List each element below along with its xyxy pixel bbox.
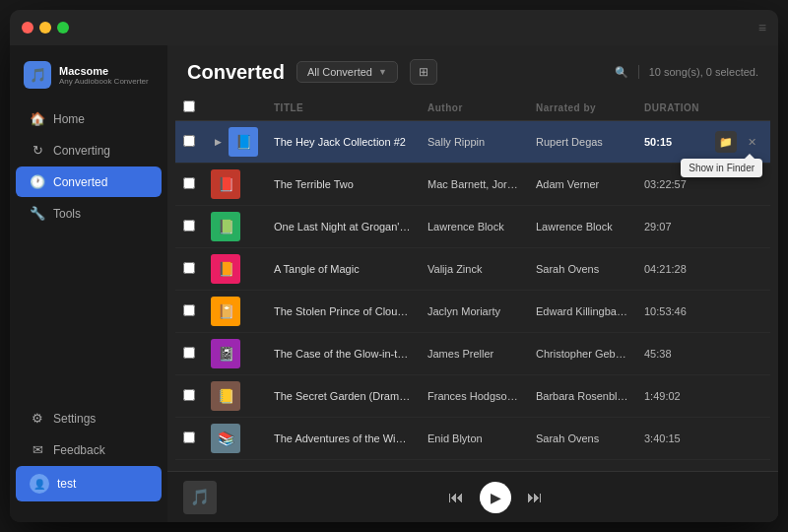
content-area: 🎵 Macsome Any Audiobook Converter 🏠 Home…: [10, 45, 778, 522]
book-author: Jaclyn Moriarty: [420, 291, 528, 333]
book-narrator: Adam Verner: [528, 164, 636, 206]
settings-icon: ⚙: [30, 411, 45, 426]
row-checkbox[interactable]: [183, 304, 195, 316]
row-checkbox[interactable]: [183, 177, 195, 189]
main-content: Converted All Converted ▼ ⊞ 🔍 10 song(s)…: [167, 45, 778, 522]
book-thumbnail: 📔: [211, 297, 240, 326]
avatar: 👤: [30, 474, 49, 494]
table-row[interactable]: 📗One Last Night at Grogan's: ...Lawrence…: [175, 206, 770, 248]
book-title: The Stolen Prince of Cloudb...: [274, 305, 412, 317]
play-icon[interactable]: ▶: [211, 135, 225, 149]
sidebar-item-home[interactable]: 🏠 Home: [16, 103, 162, 134]
row-checkbox[interactable]: [183, 135, 195, 147]
book-title: A Tangle of Magic: [274, 263, 360, 275]
book-duration: 3:40:15: [636, 418, 707, 460]
book-title: The Terrible Two: [274, 178, 354, 190]
book-narrator: Rupert Degas: [528, 121, 636, 164]
user-name: test: [57, 477, 76, 491]
sidebar-item-converting[interactable]: ↻ Converting: [16, 135, 162, 166]
book-title: The Adventures of the Wishi...: [274, 432, 412, 444]
book-narrator: Edward Killingback, ...: [528, 291, 636, 333]
book-duration: 29:07: [636, 206, 707, 248]
main-header: Converted All Converted ▼ ⊞ 🔍 10 song(s)…: [167, 45, 778, 95]
logo-text: Macsome Any Audiobook Converter: [59, 65, 149, 86]
col-title: TITLE: [266, 95, 420, 121]
player-controls: ⏮ ▶ ⏭: [448, 482, 543, 513]
converting-icon: ↻: [30, 143, 45, 158]
feedback-icon: ✉: [30, 442, 45, 457]
row-checkbox[interactable]: [183, 347, 195, 359]
book-thumbnail: 📕: [211, 169, 240, 199]
table-row[interactable]: 📔The Stolen Prince of Cloudb...Jaclyn Mo…: [175, 291, 770, 333]
maximize-button[interactable]: [57, 22, 69, 33]
table-row[interactable]: 📒The Secret Garden (Dramati...Frances Ho…: [175, 375, 770, 418]
traffic-lights: [22, 22, 69, 33]
book-author: Lawrence Block: [420, 206, 528, 248]
book-narrator: Lawrence Block: [528, 206, 636, 248]
divider: [638, 65, 639, 79]
row-checkbox[interactable]: [183, 432, 195, 443]
table-row[interactable]: ▶📘The Hey Jack Collection #2Sally Rippin…: [175, 121, 770, 164]
user-profile[interactable]: 👤 test: [16, 466, 162, 501]
table-body: ▶📘The Hey Jack Collection #2Sally Rippin…: [175, 121, 770, 460]
show-in-finder-button[interactable]: 📁: [715, 131, 737, 153]
close-button[interactable]: [22, 22, 33, 33]
filter-dropdown[interactable]: All Converted ▼: [296, 61, 398, 83]
book-title: One Last Night at Grogan's: ...: [274, 221, 412, 233]
remove-button[interactable]: ✕: [741, 131, 762, 153]
next-button[interactable]: ⏭: [527, 489, 543, 506]
search-icon[interactable]: 🔍: [615, 66, 628, 79]
book-author: Frances Hodgson B...: [420, 375, 528, 418]
col-author: Author: [420, 95, 528, 121]
book-thumbnail: 📒: [211, 381, 240, 411]
book-title: The Case of the Glow-in-the-...: [274, 348, 412, 360]
menu-icon[interactable]: ≡: [758, 20, 766, 35]
sidebar-item-feedback[interactable]: ✉ Feedback: [16, 434, 162, 465]
row-checkbox[interactable]: [183, 389, 195, 401]
book-author: Sally Rippin: [420, 121, 528, 164]
book-duration: 1:49:02: [636, 375, 707, 418]
sidebar-item-tools[interactable]: 🔧 Tools: [16, 198, 162, 229]
sidebar-item-settings[interactable]: ⚙ Settings: [16, 403, 162, 433]
table-header-row: TITLE Author Narrated by DURATION: [175, 95, 770, 121]
settings-label: Settings: [53, 412, 96, 426]
logo-icon: 🎵: [24, 61, 51, 89]
tools-icon: 🔧: [30, 206, 45, 221]
prev-button[interactable]: ⏮: [448, 489, 464, 506]
col-narrator: Narrated by: [528, 95, 636, 121]
row-checkbox[interactable]: [183, 220, 195, 232]
table-row[interactable]: 📙A Tangle of MagicValija ZinckSarah Oven…: [175, 248, 770, 291]
page-title: Converted: [187, 61, 285, 84]
book-thumbnail: 📓: [211, 339, 240, 368]
book-thumbnail: 📚: [211, 424, 240, 453]
col-actions: [707, 95, 770, 121]
table-row[interactable]: 📓The Case of the Glow-in-the-...James Pr…: [175, 333, 770, 375]
book-narrator: Barbara Rosenblat, ...: [528, 375, 636, 418]
sidebar-item-converted[interactable]: 🕐 Converted: [16, 166, 162, 197]
book-duration: 45:38: [636, 333, 707, 375]
tooltip: Show in Finder: [681, 159, 762, 177]
book-title: The Hey Jack Collection #2: [274, 136, 406, 148]
book-author: Mac Barnett, Jory J...: [420, 164, 528, 206]
grid-icon: ⊞: [419, 65, 428, 79]
app-logo: 🎵 Macsome Any Audiobook Converter: [10, 57, 167, 102]
col-check: [175, 95, 203, 121]
sidebar: 🎵 Macsome Any Audiobook Converter 🏠 Home…: [10, 45, 167, 522]
table-row[interactable]: 📚The Adventures of the Wishi...Enid Blyt…: [175, 418, 770, 460]
select-all-checkbox[interactable]: [183, 100, 195, 112]
book-duration: 50:15: [636, 121, 707, 164]
col-thumb: [203, 95, 266, 121]
grid-view-button[interactable]: ⊞: [410, 59, 437, 85]
titlebar: ≡: [10, 10, 778, 45]
row-checkbox[interactable]: [183, 262, 195, 274]
books-table-container: TITLE Author Narrated by DURATION ▶📘The …: [167, 95, 778, 471]
minimize-button[interactable]: [39, 22, 51, 33]
play-button[interactable]: ▶: [480, 482, 511, 513]
book-narrator: Sarah Ovens: [528, 248, 636, 291]
book-author: James Preller: [420, 333, 528, 375]
book-thumbnail: 📘: [229, 127, 258, 157]
main-window: ≡ 🎵 Macsome Any Audiobook Converter 🏠 Ho…: [10, 10, 778, 522]
book-title: The Secret Garden (Dramati...: [274, 390, 412, 402]
books-table: TITLE Author Narrated by DURATION ▶📘The …: [175, 95, 770, 460]
book-duration: 04:21:28: [636, 248, 707, 291]
